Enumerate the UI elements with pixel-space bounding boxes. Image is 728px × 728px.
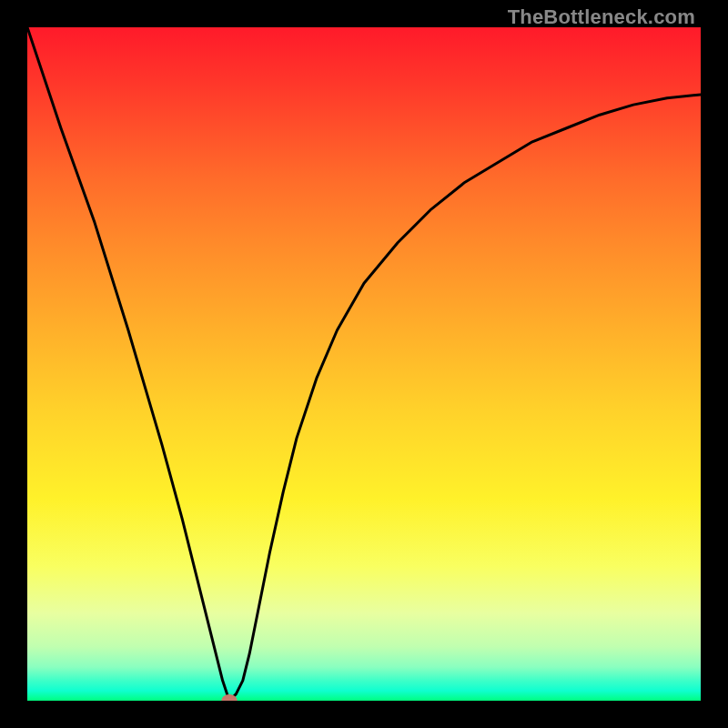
watermark: TheBottleneck.com — [508, 5, 695, 29]
curve-path — [27, 27, 701, 701]
chart-frame: TheBottleneck.com — [0, 0, 728, 728]
plot-area — [27, 27, 701, 701]
bottleneck-curve — [27, 27, 701, 701]
